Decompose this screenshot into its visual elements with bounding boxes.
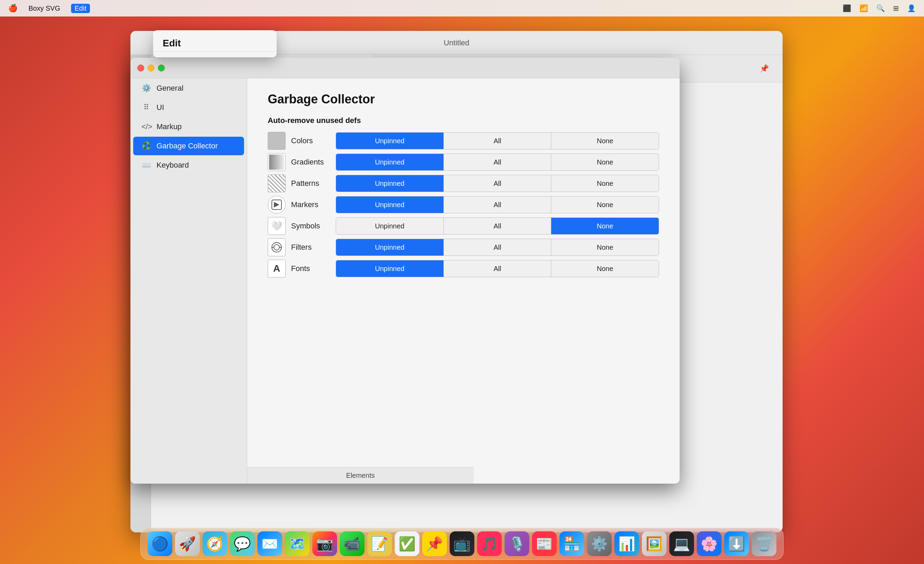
- menubar-right-icons: ⬛ 📶 🔍 ⊞ 👤: [843, 4, 916, 12]
- markers-unpinned-btn[interactable]: Unpinned: [336, 197, 444, 213]
- filters-none-btn[interactable]: None: [551, 239, 658, 256]
- screen-icon: ⬛: [843, 4, 851, 12]
- symbols-icon: 🤍: [268, 217, 286, 235]
- menubar-edit[interactable]: Edit: [71, 4, 90, 13]
- gc-row-gradients: Gradients Unpinned All None: [268, 153, 659, 171]
- symbols-unpinned-btn[interactable]: Unpinned: [336, 218, 444, 234]
- colors-buttons: Unpinned All None: [336, 132, 659, 149]
- dock-icon-music[interactable]: 🎵: [477, 531, 502, 556]
- close-button[interactable]: [137, 65, 144, 71]
- svg-marker-1: [274, 202, 279, 208]
- fonts-none-btn[interactable]: None: [551, 260, 658, 277]
- gradients-all-btn[interactable]: All: [444, 154, 552, 170]
- dock-icon-facetime[interactable]: 📹: [340, 531, 364, 556]
- sidebar-item-garbage[interactable]: ♻️ Garbage Collector: [133, 137, 244, 155]
- dock-icon-mail[interactable]: ✉️: [257, 531, 282, 556]
- patterns-none-btn[interactable]: None: [551, 175, 658, 192]
- traffic-lights: [137, 65, 165, 71]
- elements-tab[interactable]: Elements: [247, 467, 474, 484]
- gradients-none-btn[interactable]: None: [551, 154, 658, 170]
- preferences-window: ⚙️ General ⠿ UI </> Markup ♻️ Garbage Co…: [130, 58, 680, 484]
- prefs-content: Garbage Collector Auto-remove unused def…: [247, 78, 680, 484]
- fonts-unpinned-btn[interactable]: Unpinned: [336, 260, 444, 277]
- dock-icon-trash[interactable]: 🗑️: [752, 531, 776, 556]
- symbols-none-btn[interactable]: None: [551, 218, 658, 234]
- dock-icon-notes[interactable]: 📝: [367, 531, 392, 556]
- symbols-all-btn[interactable]: All: [444, 218, 552, 234]
- markers-buttons: Unpinned All None: [336, 196, 659, 213]
- minimize-button[interactable]: [148, 65, 154, 71]
- filters-label: Filters: [291, 243, 336, 252]
- filters-unpinned-btn[interactable]: Unpinned: [336, 239, 444, 256]
- menubar-boxysvg[interactable]: Boxy SVG: [28, 5, 60, 12]
- colors-label: Colors: [291, 136, 336, 145]
- symbols-label: Symbols: [291, 221, 336, 230]
- sidebar-label-keyboard: Keyboard: [156, 161, 189, 170]
- elements-tab-label: Elements: [346, 472, 375, 480]
- dock-icon-podcasts[interactable]: 🎙️: [504, 531, 529, 556]
- pin-icon[interactable]: 📌: [760, 64, 769, 73]
- colors-none-btn[interactable]: None: [551, 132, 658, 149]
- apple-menu[interactable]: 🍎: [8, 4, 18, 13]
- dock-icon-terminal[interactable]: 💻: [669, 531, 694, 556]
- dock-icon-pixelmator[interactable]: 🌸: [697, 531, 722, 556]
- prefs-sidebar: ⚙️ General ⠿ UI </> Markup ♻️ Garbage Co…: [130, 78, 247, 484]
- general-icon: ⚙️: [141, 84, 151, 93]
- ui-icon: ⠿: [141, 103, 151, 112]
- gc-row-patterns: Patterns Unpinned All None: [268, 174, 659, 193]
- fonts-icon: A: [268, 260, 286, 278]
- dock-icon-downloader[interactable]: ⬇️: [724, 531, 749, 556]
- dock-icon-launchpad[interactable]: 🚀: [175, 531, 200, 556]
- prefs-title: Garbage Collector: [268, 92, 659, 107]
- patterns-buttons: Unpinned All None: [336, 175, 659, 192]
- controlcenter-icon[interactable]: ⊞: [893, 4, 899, 12]
- filters-buttons: Unpinned All None: [336, 239, 659, 256]
- dock-icon-safari[interactable]: 🧭: [202, 531, 227, 556]
- symbols-buttons: Unpinned All None: [336, 217, 659, 235]
- markers-none-btn[interactable]: None: [551, 197, 658, 213]
- dock-icon-altimeter[interactable]: 📊: [614, 531, 639, 556]
- dock-icon-reminders[interactable]: ✅: [395, 531, 420, 556]
- filters-all-btn[interactable]: All: [444, 239, 552, 256]
- colors-unpinned-btn[interactable]: Unpinned: [336, 132, 444, 149]
- search-icon[interactable]: 🔍: [876, 4, 885, 12]
- markers-icon: [268, 196, 286, 214]
- edit-dropdown-title: Edit: [153, 34, 277, 52]
- sidebar-item-ui[interactable]: ⠿ UI: [133, 98, 244, 117]
- menubar: 🍎 Boxy SVG Edit ⬛ 📶 🔍 ⊞ 👤: [0, 0, 924, 17]
- colors-icon: [268, 132, 286, 150]
- dock-icon-messages[interactable]: 💬: [230, 531, 255, 556]
- gradients-unpinned-btn[interactable]: Unpinned: [336, 154, 444, 170]
- dock-icon-appstore[interactable]: 🏪: [560, 531, 584, 556]
- dock-icon-syspref[interactable]: ⚙️: [587, 531, 612, 556]
- markup-icon: </>: [141, 122, 151, 131]
- dock-icon-news[interactable]: 📰: [532, 531, 557, 556]
- svg-point-3: [274, 245, 279, 250]
- dock-icon-photos[interactable]: 📷: [312, 531, 337, 556]
- markers-all-btn[interactable]: All: [444, 197, 552, 213]
- sidebar-label-markup: Markup: [156, 122, 182, 131]
- dock-icon-appletv[interactable]: 📺: [450, 531, 474, 556]
- dock-icon-stickies[interactable]: 📌: [422, 531, 447, 556]
- patterns-unpinned-btn[interactable]: Unpinned: [336, 175, 444, 192]
- dock-icon-finder[interactable]: 🔵: [148, 531, 172, 556]
- colors-all-btn[interactable]: All: [444, 132, 552, 149]
- section-subtitle: Auto-remove unused defs: [268, 116, 659, 125]
- edit-dropdown: Edit: [153, 30, 277, 57]
- fonts-all-btn[interactable]: All: [444, 260, 552, 277]
- sidebar-item-markup[interactable]: </> Markup: [133, 117, 244, 136]
- sidebar-item-keyboard[interactable]: ⌨️ Keyboard: [133, 156, 244, 174]
- filters-icon: [268, 238, 286, 256]
- sidebar-label-garbage: Garbage Collector: [156, 141, 218, 150]
- maximize-button[interactable]: [158, 65, 165, 71]
- sidebar-label-general: General: [156, 84, 183, 93]
- gc-row-colors: Colors Unpinned All None: [268, 132, 659, 150]
- patterns-label: Patterns: [291, 179, 336, 188]
- wifi-icon: 📶: [860, 4, 868, 12]
- dock-icon-maps[interactable]: 🗺️: [285, 531, 310, 556]
- gc-row-markers: Markers Unpinned All None: [268, 196, 659, 214]
- dock-icon-preview[interactable]: 🖼️: [642, 531, 667, 556]
- markers-label: Markers: [291, 200, 336, 209]
- patterns-all-btn[interactable]: All: [444, 175, 552, 192]
- sidebar-item-general[interactable]: ⚙️ General: [133, 79, 244, 98]
